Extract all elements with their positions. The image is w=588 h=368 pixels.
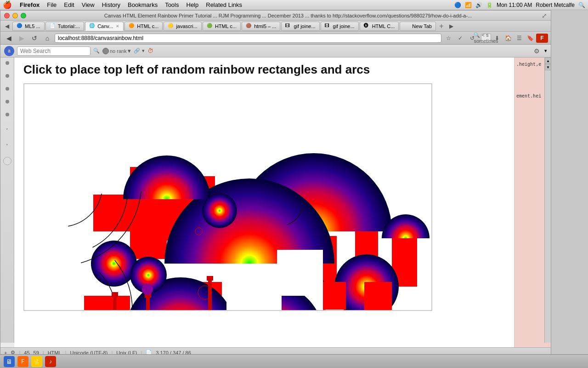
toolbar-settings-icon[interactable]: ⚙ <box>531 46 542 56</box>
browser-window: Canvas HTML Element Rainbow Primer Tutor… <box>0 10 551 358</box>
tab-label-html5: html5 – ... <box>254 23 276 29</box>
taskbar-finder[interactable]: 🖥 <box>4 356 15 367</box>
tab-htmlc1[interactable]: 🟠 HTML c... <box>124 22 163 31</box>
seo-avatar[interactable]: a <box>4 46 14 56</box>
tab-htmlc2[interactable]: 🟢 HTML c... <box>203 22 241 31</box>
sidebar-icon-2[interactable]: ◦ <box>6 141 8 148</box>
tab-favicon-ml5: 🔵 <box>17 23 23 29</box>
apple-menu[interactable]: 🍎 <box>3 0 12 9</box>
sidebar-dot-2 <box>6 74 9 78</box>
reload-button[interactable]: ↺ <box>29 33 40 43</box>
rank-dropdown-icon[interactable]: ▾ <box>128 47 131 54</box>
rainbow-canvas[interactable] <box>24 84 432 311</box>
tab-htmlc3[interactable]: 🅦 HTML C... <box>360 22 399 31</box>
tab-gif2[interactable]: 🎞 gif joine... <box>321 22 359 31</box>
menu-tools[interactable]: Tools <box>162 1 182 9</box>
title-bar: Canvas HTML Element Rainbow Primer Tutor… <box>0 11 551 21</box>
tab-label-canvas: Canv... <box>97 23 113 29</box>
tab-favicon-newtab <box>404 23 410 29</box>
menu-help[interactable]: Help <box>183 1 202 9</box>
new-tab-button[interactable]: + <box>437 22 446 30</box>
taskbar-browser[interactable]: F <box>17 356 28 367</box>
menu-view[interactable]: View <box>79 1 98 9</box>
minimize-button[interactable] <box>12 13 18 18</box>
tab-gif1[interactable]: 🎞 gif joine... <box>281 22 319 31</box>
sidebar-dot-4 <box>6 100 9 104</box>
battery-icon: 🔋 <box>486 2 493 8</box>
tab-label-htmlc3: HTML C... <box>372 23 395 29</box>
menu-file[interactable]: File <box>44 1 60 9</box>
clock: Mon 11:00 AM <box>497 2 532 8</box>
main-content-area: Click to place top left of random rainbo… <box>14 58 551 347</box>
tab-label-gif1: gif joine... <box>294 23 315 29</box>
menu-related-links[interactable]: Related Links <box>203 1 245 9</box>
rank-indicator <box>102 48 109 54</box>
seo-input-group: 🔍 no rank ▾ 🔗 ▾ ⏱ <box>17 46 153 56</box>
tab-label-javascript: javascri... <box>176 23 197 29</box>
scrollbar-up-button[interactable]: ▲ <box>545 58 551 64</box>
link-icon[interactable]: 🔗 <box>134 48 140 54</box>
menu-icon[interactable]: ☰ <box>514 34 524 43</box>
menu-edit[interactable]: Edit <box>61 1 77 9</box>
tab-tutorial[interactable]: 📄 Tutorial:... <box>45 22 85 31</box>
seo-toolbar: a 🔍 no rank ▾ 🔗 ▾ ⏱ ⚙ ▾ <box>0 45 551 58</box>
page-content: Click to place top left of random rainbo… <box>14 58 514 347</box>
menu-bar: 🍎 Firefox File Edit View History Bookmar… <box>0 0 588 10</box>
timer-icon[interactable]: ⏱ <box>147 47 153 54</box>
forward-button[interactable]: ▶ <box>16 33 27 43</box>
maximize-button[interactable] <box>21 13 26 18</box>
scrollbar-down-button[interactable]: ▼ <box>545 64 551 70</box>
tab-label-htmlc1: HTML c... <box>137 23 158 29</box>
url-right-buttons: 🔍 < s sometimes ⬇ 🏠 ☰ 🔖 F <box>481 34 548 43</box>
menu-bookmarks[interactable]: Bookmarks <box>124 1 161 9</box>
close-button[interactable] <box>4 13 10 18</box>
web-search-input[interactable] <box>17 46 90 56</box>
sidebar-dot-1 <box>6 61 9 65</box>
home-button[interactable]: ⌂ <box>42 33 53 43</box>
resize-icon[interactable]: ⤢ <box>542 12 547 19</box>
tab-newtab[interactable]: New Tab <box>400 22 436 31</box>
tab-canvas[interactable]: 🌐 Canv... ✕ <box>85 22 124 31</box>
url-input[interactable] <box>55 34 441 43</box>
user-name: Robert Metcalfe <box>536 2 575 8</box>
tab-favicon-tutorial: 📄 <box>50 23 56 29</box>
google-search-box[interactable]: 🔍 < s sometimes <box>481 34 491 43</box>
tab-favicon-canvas: 🌐 <box>89 23 96 29</box>
volume-icon: 🔊 <box>475 2 482 8</box>
tab-label-gif2: gif joine... <box>333 23 355 29</box>
tab-close-canvas[interactable]: ✕ <box>116 24 119 29</box>
bookmark-toolbar-icon[interactable]: 🔖 <box>525 34 535 43</box>
page-heading: Click to place top left of random rainbo… <box>23 62 505 78</box>
search-menubar-icon[interactable]: 🔍 <box>578 2 585 8</box>
taskbar: 🖥 F ⭐ ♪ <box>0 354 588 368</box>
wifi-icon: 📶 <box>465 2 472 8</box>
web-search-button[interactable]: 🔍 <box>91 46 102 56</box>
bookmark-star-icon[interactable]: ☆ <box>443 34 453 43</box>
taskbar-item3[interactable]: ⭐ <box>31 356 42 367</box>
menu-history[interactable]: History <box>99 1 124 9</box>
fireftp-icon[interactable]: F <box>536 34 548 43</box>
sidebar-circle-icon[interactable] <box>3 157 11 165</box>
tab-scroll-right[interactable]: ▶ <box>447 22 456 30</box>
sidebar-icon-1[interactable]: ◦ <box>6 126 8 132</box>
download-icon[interactable]: ⬇ <box>492 34 502 43</box>
toolbar-settings-dropdown[interactable]: ▾ <box>544 48 547 54</box>
tab-html5[interactable]: 🟤 html5 – ... <box>242 22 280 31</box>
taskbar-item4[interactable]: ♪ <box>45 356 56 367</box>
rank-label: no rank <box>110 48 127 54</box>
tab-ml5[interactable]: 🔵 ML5 ... <box>12 22 45 31</box>
back-button[interactable]: ◀ <box>3 33 14 43</box>
tab-scroll-left[interactable]: ◀ <box>2 22 11 30</box>
bluetooth-icon: 🔵 <box>454 2 461 8</box>
menu-firefox[interactable]: Firefox <box>17 1 43 9</box>
bookmark-check-icon[interactable]: ✓ <box>455 34 465 43</box>
rank-dropdown2-icon[interactable]: ▾ <box>142 48 145 54</box>
home-nav-icon[interactable]: 🏠 <box>503 34 513 43</box>
canvas-display-area[interactable] <box>23 83 432 311</box>
tab-javascript[interactable]: 🟡 javascri... <box>164 22 201 31</box>
tab-favicon-javascript: 🟡 <box>168 23 174 29</box>
tab-favicon-htmlc1: 🟠 <box>129 23 135 29</box>
scrollbar-vertical[interactable]: ▲ ▼ <box>544 58 551 343</box>
tab-label-htmlc2: HTML c... <box>215 23 237 29</box>
left-sidebar: ◦ ◦ <box>0 58 14 343</box>
